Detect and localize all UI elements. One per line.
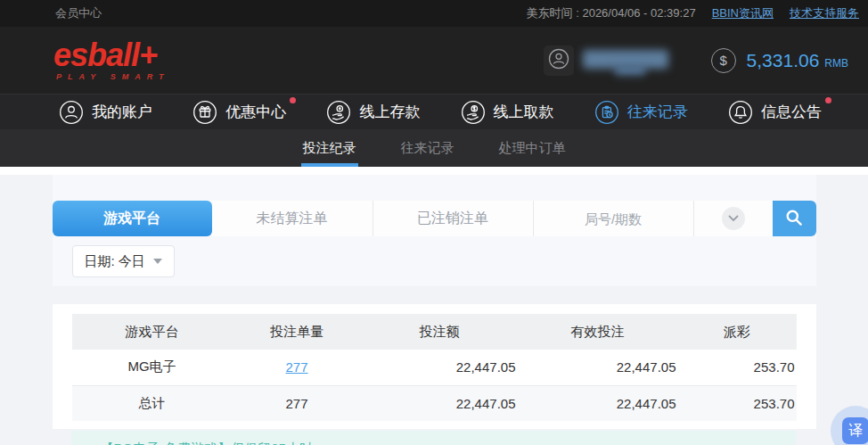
balance-currency: RMB xyxy=(824,57,848,70)
content-area: 游戏平台 未结算注单 已注销注单 日期: 今日 xyxy=(0,167,868,445)
round-number-input[interactable] xyxy=(533,201,693,236)
topbar: 会员中心 美东时间 : 2026/04/06 - 02:39:27 BBIN资讯… xyxy=(0,0,868,27)
user-icon xyxy=(548,48,569,73)
results-panel: 游戏平台 投注单量 投注额 有效投注 派彩 MG电子 277 22,447.05… xyxy=(53,304,816,429)
main-nav: 我的账户 优惠中心 线上存款 线上取款 往来记 xyxy=(0,94,868,129)
col-header-platform: 游戏平台 xyxy=(72,314,233,350)
balance: $ 5,331.06RMB xyxy=(711,48,848,73)
cell-platform: 总计 xyxy=(72,385,233,421)
cell-payout: 253.70 xyxy=(678,350,797,385)
nav-label: 线上存款 xyxy=(359,102,420,122)
table-total-row: 总计 277 22,447.05 22,447.05 253.70 xyxy=(72,385,797,421)
tech-support-link[interactable]: 技术支持服务 xyxy=(790,5,859,21)
filter-tabs: 游戏平台 未结算注单 已注销注单 xyxy=(53,201,816,236)
caret-down-icon xyxy=(153,259,162,264)
sub-nav: 投注纪录 往来记录 处理中订单 xyxy=(0,129,868,167)
filters-panel: 游戏平台 未结算注单 已注销注单 日期: 今日 xyxy=(53,175,816,286)
topbar-right: 美东时间 : 2026/04/06 - 02:39:27 BBIN资讯网 技术支… xyxy=(527,5,859,21)
notice-text: 【PG电子-免费游戏】仅保留25小时 xyxy=(101,441,313,445)
nav-label: 信息公告 xyxy=(761,102,822,122)
col-header-payout: 派彩 xyxy=(678,314,797,350)
cell-bet-amount: 22,447.05 xyxy=(362,385,518,421)
col-header-bet-amount: 投注额 xyxy=(362,314,518,350)
logo-tagline: PLAY SMART xyxy=(53,72,170,81)
table-header-row: 游戏平台 投注单量 投注额 有效投注 派彩 xyxy=(72,314,797,350)
tab-pending-orders[interactable]: 处理中订单 xyxy=(499,129,566,167)
nav-label: 往来记录 xyxy=(627,102,688,122)
user-circle-icon xyxy=(59,100,84,125)
balance-amount: 5,331.06 xyxy=(747,50,820,70)
tab-transaction-records[interactable]: 往来记录 xyxy=(401,129,454,167)
col-header-valid-bet: 有效投注 xyxy=(518,314,678,350)
tab-unsettled-bets[interactable]: 未结算注单 xyxy=(212,201,373,236)
cell-payout: 253.70 xyxy=(678,385,797,421)
bet-summary-table: 游戏平台 投注单量 投注额 有效投注 派彩 MG电子 277 22,447.05… xyxy=(72,314,797,421)
table-row: MG电子 277 22,447.05 22,447.05 253.70 xyxy=(72,350,797,385)
tab-game-platform[interactable]: 游戏平台 xyxy=(53,201,212,236)
page-title: 会员中心 xyxy=(55,5,102,21)
header-right: $ 5,331.06RMB xyxy=(544,45,848,76)
date-filter-button[interactable]: 日期: 今日 xyxy=(72,245,175,277)
logo[interactable]: esball+ PLAY SMART xyxy=(53,39,170,81)
nav-item-promotions[interactable]: 优惠中心 xyxy=(192,100,286,125)
nav-label: 我的账户 xyxy=(92,102,152,122)
notice-item: • 【PG电子-免费游戏】仅保留25小时 xyxy=(71,431,796,445)
bullet-icon: • xyxy=(87,442,92,445)
notification-dot xyxy=(825,97,831,103)
cell-valid-bet: 22,447.05 xyxy=(518,385,678,421)
nav-item-withdraw[interactable]: 线上取款 xyxy=(461,100,554,125)
translate-icon: 译 xyxy=(842,417,868,444)
col-header-bet-count: 投注单量 xyxy=(233,314,362,350)
search-icon xyxy=(784,208,804,230)
logo-text: esball+ xyxy=(53,39,170,71)
tab-bet-records[interactable]: 投注纪录 xyxy=(303,129,356,167)
nav-label: 优惠中心 xyxy=(225,102,286,122)
search-button[interactable] xyxy=(773,201,816,236)
withdraw-coin-hand-icon xyxy=(461,100,486,125)
notification-dot xyxy=(290,97,296,103)
cell-platform: MG电子 xyxy=(72,350,233,385)
date-filter-row: 日期: 今日 xyxy=(72,245,175,277)
user-chip[interactable] xyxy=(544,45,681,76)
gift-icon xyxy=(192,100,217,125)
nav-item-deposit[interactable]: 线上存款 xyxy=(326,100,420,125)
filter-dropdown[interactable] xyxy=(693,201,773,236)
dollar-coin-icon: $ xyxy=(711,48,736,73)
cell-bet-count: 277 xyxy=(233,385,362,421)
bbin-news-link[interactable]: BBIN资讯网 xyxy=(712,5,774,21)
cell-valid-bet: 22,447.05 xyxy=(518,350,678,385)
date-filter-label: 日期: 今日 xyxy=(85,253,145,270)
deposit-coin-hand-icon xyxy=(326,100,351,125)
avatar xyxy=(544,45,574,76)
nav-label: 线上取款 xyxy=(494,102,554,122)
server-time: 美东时间 : 2026/04/06 - 02:39:27 xyxy=(527,5,696,21)
tab-cancelled-bets[interactable]: 已注销注单 xyxy=(373,201,533,236)
username-blurred xyxy=(583,45,681,76)
nav-item-announcements[interactable]: 信息公告 xyxy=(728,100,822,125)
chevron-down-icon xyxy=(722,207,745,230)
bet-count-link[interactable]: 277 xyxy=(285,359,307,375)
nav-item-my-account[interactable]: 我的账户 xyxy=(59,100,152,125)
bell-icon xyxy=(728,100,753,125)
nav-item-records[interactable]: 往来记录 xyxy=(594,100,688,125)
cell-bet-amount: 22,447.05 xyxy=(362,350,518,385)
records-clipboard-clock-icon xyxy=(594,100,619,125)
header: esball+ PLAY SMART $ 5,331.06RMB xyxy=(0,27,868,94)
